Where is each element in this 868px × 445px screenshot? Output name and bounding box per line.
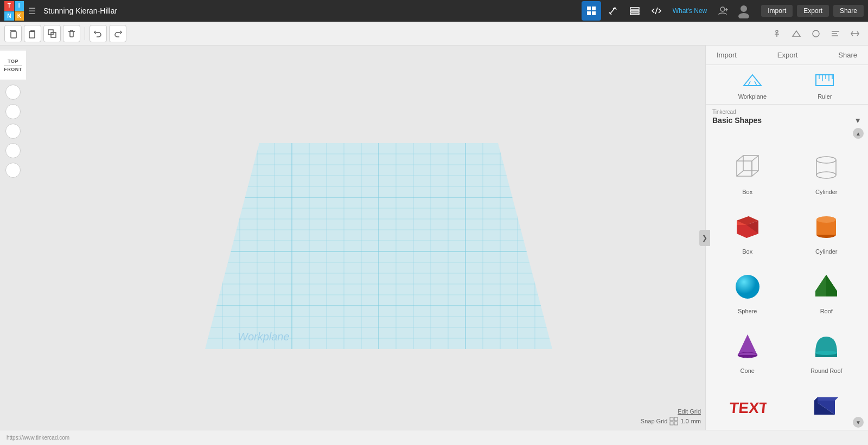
- whats-new-button[interactable]: What's New: [668, 7, 712, 15]
- svg-point-16: [813, 30, 819, 37]
- shape-text-red[interactable]: TEXT Text: [710, 383, 785, 416]
- workplane-tool[interactable]: Workplane: [738, 69, 767, 100]
- svg-point-7: [720, 7, 725, 11]
- svg-point-91: [736, 275, 760, 299]
- scroll-up-button[interactable]: ▲: [853, 128, 864, 139]
- svg-marker-94: [826, 275, 837, 296]
- svg-marker-69: [744, 75, 761, 86]
- zoom-circle-4[interactable]: [5, 143, 21, 158]
- zoom-circle-1[interactable]: [5, 85, 21, 100]
- main-toolbar: [0, 22, 868, 46]
- nav-right-group: What's New: [582, 1, 753, 21]
- nav-code-button[interactable]: [647, 1, 666, 21]
- duplicate-button[interactable]: [43, 25, 61, 42]
- undo-button[interactable]: [90, 25, 107, 42]
- svg-rect-65: [670, 417, 673, 421]
- scroll-up-area: ▲: [706, 127, 868, 140]
- panel-dropdown-arrow[interactable]: ▼: [854, 116, 861, 125]
- shape-button[interactable]: [788, 25, 805, 42]
- ruler-tool[interactable]: Ruler: [814, 69, 835, 100]
- shape-sphere-blue[interactable]: Sphere: [710, 263, 785, 319]
- collapse-panel-button[interactable]: ❯: [699, 230, 710, 246]
- toolbar-right-group: [768, 25, 864, 42]
- shapes-grid: Box Cylinder: [706, 140, 868, 416]
- canvas-area[interactable]: Workplane Edit Grid Snap Grid 1.0 mm: [26, 46, 705, 430]
- right-panel: ❯ Import Export Share Workplane Ruler: [705, 46, 868, 430]
- zoom-circle-3[interactable]: [5, 124, 21, 139]
- svg-marker-104: [814, 397, 838, 401]
- scroll-down-button[interactable]: ▼: [853, 417, 864, 428]
- svg-point-80: [816, 157, 836, 163]
- shape-cylinder-orange-label: Cylinder: [815, 248, 837, 255]
- shape-cone-purple-label: Cone: [741, 367, 755, 374]
- shape-cylinder-wire[interactable]: Cylinder: [789, 144, 864, 199]
- shape-cone-purple[interactable]: Cone: [710, 323, 785, 378]
- align-button[interactable]: [827, 25, 844, 42]
- redo-button[interactable]: [109, 25, 126, 42]
- snap-unit: mm: [691, 418, 701, 424]
- circle-shape-button[interactable]: [807, 25, 825, 42]
- svg-point-90: [816, 216, 836, 223]
- project-title: Stunning Kieran-Hillar: [43, 7, 117, 15]
- svg-rect-10: [11, 31, 16, 38]
- snap-grid-label: Snap Grid: [641, 418, 668, 424]
- shape-box-wire[interactable]: Box: [710, 144, 785, 199]
- panel-share-button[interactable]: Share: [834, 49, 861, 61]
- shape-sphere-blue-preview: [729, 268, 767, 306]
- svg-text:TEXT: TEXT: [729, 399, 767, 416]
- shape-sphere-blue-label: Sphere: [738, 308, 757, 314]
- shape-roof-green-preview: [807, 268, 845, 306]
- menu-icon[interactable]: ☰: [28, 6, 36, 16]
- panel-export-button[interactable]: Export: [773, 49, 802, 61]
- shape-cylinder-orange[interactable]: Cylinder: [789, 204, 864, 259]
- svg-marker-93: [815, 275, 826, 296]
- shape-wedge-navy-preview: [807, 387, 845, 416]
- logo-t: T: [4, 1, 14, 11]
- panel-tools: Workplane Ruler: [706, 65, 868, 105]
- import-button[interactable]: Import: [761, 5, 793, 17]
- panel-import-button[interactable]: Import: [712, 49, 741, 61]
- top-navigation: T I N K ☰ Stunning Kieran-Hillar What's …: [0, 0, 868, 22]
- shape-box-red-preview: [729, 208, 767, 246]
- shape-round-roof-teal[interactable]: Round Roof: [789, 323, 864, 378]
- paste-button[interactable]: [24, 25, 41, 42]
- zoom-circle-2[interactable]: [5, 104, 21, 119]
- share-button[interactable]: Share: [833, 5, 864, 17]
- shape-cylinder-orange-preview: [807, 208, 845, 246]
- delete-button[interactable]: [63, 25, 80, 42]
- nav-tools-button[interactable]: [603, 1, 623, 21]
- shape-panel-header: Tinkercad Basic Shapes ▼: [706, 105, 868, 127]
- svg-point-8: [741, 5, 747, 12]
- left-controls: TOP FRONT: [0, 46, 26, 430]
- shape-wedge-navy[interactable]: Wedge: [789, 383, 864, 416]
- copy-button[interactable]: [4, 25, 22, 42]
- app-logo[interactable]: T I N K: [4, 1, 24, 21]
- edit-grid-label[interactable]: Edit Grid: [678, 408, 701, 415]
- view-top-label: TOP: [8, 59, 18, 64]
- workplane-tool-label: Workplane: [738, 93, 767, 100]
- right-top-bar: Import Export Share: [706, 46, 868, 65]
- view-front-label: FRONT: [4, 65, 22, 72]
- shape-cylinder-wire-preview: [807, 149, 845, 186]
- view-cube[interactable]: TOP FRONT: [0, 50, 28, 80]
- shape-roof-green[interactable]: Roof: [789, 263, 864, 319]
- nav-home-button[interactable]: [582, 1, 601, 21]
- add-user-button[interactable]: [713, 1, 733, 21]
- zoom-circle-5[interactable]: [5, 163, 21, 178]
- svg-point-81: [816, 172, 836, 178]
- svg-rect-68: [674, 422, 678, 425]
- shape-box-wire-preview: [729, 149, 767, 186]
- export-button[interactable]: Export: [797, 5, 829, 17]
- status-url: https://www.tinkercad.com: [7, 435, 69, 441]
- anchor-button[interactable]: [768, 25, 786, 42]
- shape-box-red[interactable]: Box: [710, 204, 785, 259]
- svg-rect-0: [587, 7, 591, 10]
- logo-k: K: [15, 11, 24, 21]
- nav-library-button[interactable]: [625, 1, 644, 21]
- user-avatar-button[interactable]: [735, 2, 752, 20]
- svg-point-100: [815, 351, 837, 355]
- svg-rect-3: [592, 11, 596, 15]
- flip-button[interactable]: [846, 25, 864, 42]
- panel-dropdown-label: Basic Shapes: [712, 116, 762, 125]
- svg-rect-11: [29, 31, 35, 38]
